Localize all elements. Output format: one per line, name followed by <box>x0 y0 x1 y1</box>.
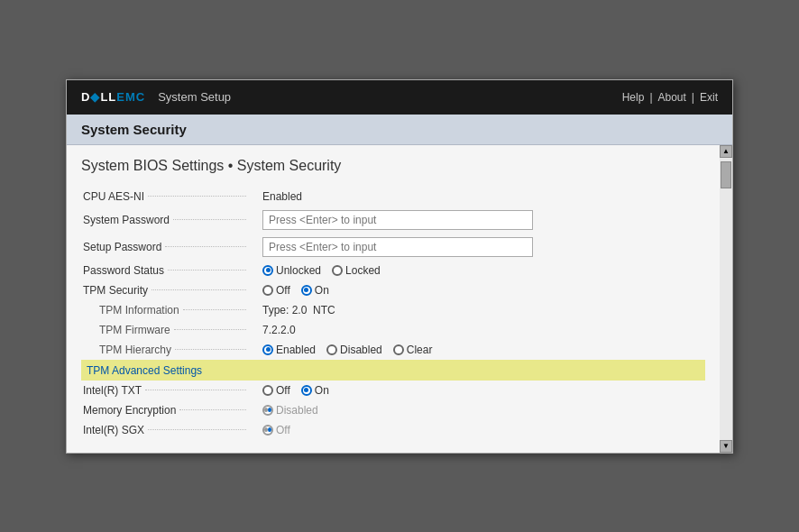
system-password-input[interactable] <box>262 210 533 230</box>
password-status-locked[interactable]: Locked <box>332 264 381 277</box>
separator1: | <box>649 91 652 104</box>
top-bar-left: D◆LLEMC System Setup <box>81 90 231 104</box>
scroll-track[interactable] <box>720 158 732 440</box>
scroll-up-button[interactable]: ▲ <box>720 145 732 158</box>
content-area: System BIOS Settings • System Security C… <box>67 145 732 453</box>
dell-emc-logo: D◆LLEMC <box>81 90 145 104</box>
value-memory-encryption: Disabled <box>261 400 705 420</box>
exit-link[interactable]: Exit <box>700 91 718 104</box>
radio-intel-txt-on-btn[interactable] <box>301 385 312 396</box>
value-password-status: Unlocked Locked <box>261 261 705 280</box>
settings-table: CPU AES-NI Enabled System Password <box>81 187 705 440</box>
row-setup-password: Setup Password <box>81 234 705 261</box>
radio-tpm-clear-btn[interactable] <box>393 344 404 355</box>
row-cpu-aes-ni: CPU AES-NI Enabled <box>81 187 705 206</box>
label-setup-password: Setup Password <box>81 234 248 261</box>
row-intel-txt: Intel(R) TXT Off <box>81 381 705 400</box>
label-intel-sgx: Intel(R) SGX <box>81 420 248 440</box>
intel-txt-radio-group: Off On <box>262 384 703 397</box>
radio-intel-txt-off-btn[interactable] <box>262 385 273 396</box>
value-cpu-aes-ni: Enabled <box>261 187 705 206</box>
radio-tpm-on-btn[interactable] <box>301 285 312 296</box>
intel-txt-off[interactable]: Off <box>262 384 290 397</box>
label-tpm-security: TPM Security <box>81 280 248 300</box>
value-intel-sgx: Off <box>261 420 705 440</box>
password-status-radio-group: Unlocked Locked <box>262 264 703 277</box>
value-tpm-security: Off On <box>261 280 705 300</box>
label-intel-txt: Intel(R) TXT <box>81 381 248 400</box>
scroll-down-button[interactable]: ▼ <box>720 440 732 453</box>
help-link[interactable]: Help <box>622 91 645 104</box>
label-tpm-firmware: TPM Firmware <box>81 320 248 340</box>
row-tpm-hierarchy: TPM Hierarchy Enabled <box>81 340 705 360</box>
tpm-hierarchy-clear[interactable]: Clear <box>393 344 433 356</box>
row-tpm-security: TPM Security Off <box>81 280 705 300</box>
main-content: System BIOS Settings • System Security C… <box>67 145 720 453</box>
system-setup-label: System Setup <box>158 90 231 104</box>
radio-mem-enc-disabled-btn <box>262 405 273 416</box>
radio-tpm-off-btn[interactable] <box>262 285 273 296</box>
row-tpm-information: TPM Information Type: 2.0 NTC <box>81 300 705 320</box>
label-tpm-information: TPM Information <box>81 300 248 320</box>
label-tpm-hierarchy: TPM Hierarchy <box>81 340 248 360</box>
radio-tpm-enabled-btn[interactable] <box>262 344 273 355</box>
value-tpm-hierarchy: Enabled Disabled Clear <box>261 340 705 360</box>
radio-unlocked-btn[interactable] <box>262 265 273 276</box>
tpm-hierarchy-radio-group: Enabled Disabled Clear <box>262 344 703 356</box>
radio-locked-btn[interactable] <box>332 265 343 276</box>
value-intel-txt: Off On <box>261 381 705 400</box>
label-system-password: System Password <box>81 206 248 234</box>
label-password-status: Password Status <box>81 261 248 280</box>
value-setup-password[interactable] <box>261 234 705 261</box>
label-cpu-aes-ni: CPU AES-NI <box>81 187 248 206</box>
row-password-status: Password Status Unlocked <box>81 261 705 280</box>
tpm-hierarchy-enabled[interactable]: Enabled <box>262 344 316 356</box>
scrollbar: ▲ ▼ <box>720 145 732 453</box>
about-link[interactable]: About <box>658 91 686 104</box>
row-tpm-advanced[interactable]: TPM Advanced Settings <box>81 360 705 381</box>
intel-txt-on[interactable]: On <box>301 384 329 397</box>
tpm-security-on[interactable]: On <box>301 284 329 297</box>
intel-sgx-off: Off <box>262 424 290 436</box>
separator2: | <box>692 91 694 104</box>
memory-encryption-radio-group: Disabled <box>262 404 703 417</box>
row-tpm-firmware: TPM Firmware 7.2.2.0 <box>81 320 705 340</box>
page-title: System BIOS Settings • System Security <box>81 158 705 174</box>
tpm-security-off[interactable]: Off <box>262 284 290 297</box>
bios-setup-window: D◆LLEMC System Setup Help | About | Exit… <box>66 79 733 454</box>
top-bar-nav: Help | About | Exit <box>622 91 718 104</box>
row-memory-encryption: Memory Encryption Di <box>81 400 705 420</box>
intel-sgx-radio-group: Off <box>262 424 703 436</box>
memory-encryption-disabled: Disabled <box>262 404 318 417</box>
row-system-password: System Password <box>81 206 705 234</box>
value-tpm-information: Type: 2.0 NTC <box>261 300 705 320</box>
setup-password-input[interactable] <box>262 237 533 257</box>
value-system-password[interactable] <box>261 206 705 234</box>
tpm-advanced-cell[interactable]: TPM Advanced Settings <box>81 360 705 381</box>
tpm-advanced-link[interactable]: TPM Advanced Settings <box>87 364 202 377</box>
top-bar: D◆LLEMC System Setup Help | About | Exit <box>67 80 732 115</box>
password-status-unlocked[interactable]: Unlocked <box>262 264 321 277</box>
tpm-security-radio-group: Off On <box>262 284 703 297</box>
row-intel-sgx: Intel(R) SGX Off <box>81 420 705 440</box>
radio-tpm-disabled-btn[interactable] <box>326 344 337 355</box>
label-memory-encryption: Memory Encryption <box>81 400 248 420</box>
section-title: System Security <box>81 122 187 137</box>
value-tpm-firmware: 7.2.2.0 <box>261 320 705 340</box>
section-header: System Security <box>67 115 732 145</box>
radio-intel-sgx-off-btn <box>262 425 273 436</box>
scroll-thumb[interactable] <box>721 161 731 188</box>
tpm-hierarchy-disabled[interactable]: Disabled <box>326 344 382 356</box>
